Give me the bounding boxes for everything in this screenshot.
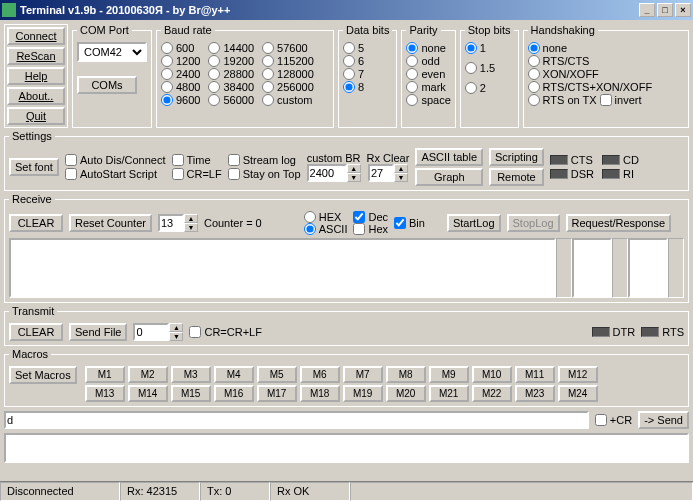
sb-1.5-radio[interactable] bbox=[465, 62, 477, 74]
help-button[interactable]: Help bbox=[7, 67, 65, 85]
baud-4800-radio[interactable] bbox=[161, 81, 173, 93]
graph-button[interactable]: Graph bbox=[415, 168, 483, 186]
macro-m3-button[interactable]: M3 bbox=[171, 366, 211, 383]
baud-600-radio[interactable] bbox=[161, 42, 173, 54]
close-button[interactable]: × bbox=[675, 3, 691, 17]
par-space-radio[interactable] bbox=[406, 94, 418, 106]
macro-m24-button[interactable]: M24 bbox=[558, 385, 598, 402]
setfont-button[interactable]: Set font bbox=[9, 158, 59, 176]
maximize-button[interactable]: □ bbox=[657, 3, 673, 17]
baud-256000-radio[interactable] bbox=[262, 81, 274, 93]
macro-m12-button[interactable]: M12 bbox=[558, 366, 598, 383]
macro-m20-button[interactable]: M20 bbox=[386, 385, 426, 402]
time-checkbox[interactable] bbox=[172, 154, 184, 166]
spin-down-icon[interactable]: ▼ bbox=[347, 173, 361, 182]
macro-m2-button[interactable]: M2 bbox=[128, 366, 168, 383]
spin-down-icon[interactable]: ▼ bbox=[394, 173, 408, 182]
macro-m1-button[interactable]: M1 bbox=[85, 366, 125, 383]
macro-m9-button[interactable]: M9 bbox=[429, 366, 469, 383]
stayontop-checkbox[interactable] bbox=[228, 168, 240, 180]
custombr-input[interactable] bbox=[307, 164, 347, 182]
macro-m17-button[interactable]: M17 bbox=[257, 385, 297, 402]
transmit-clear-button[interactable]: CLEAR bbox=[9, 323, 63, 341]
macro-m7-button[interactable]: M7 bbox=[343, 366, 383, 383]
send-button[interactable]: -> Send bbox=[638, 411, 689, 429]
par-none-radio[interactable] bbox=[406, 42, 418, 54]
invert-checkbox[interactable] bbox=[600, 94, 612, 106]
macro-m16-button[interactable]: M16 bbox=[214, 385, 254, 402]
startlog-button[interactable]: StartLog bbox=[447, 214, 501, 232]
par-even-radio[interactable] bbox=[406, 68, 418, 80]
setmacros-button[interactable]: Set Macros bbox=[9, 366, 77, 384]
baud-128000-radio[interactable] bbox=[262, 68, 274, 80]
connect-button[interactable]: Connect bbox=[7, 27, 65, 45]
baud-custom-radio[interactable] bbox=[262, 94, 274, 106]
counter-input[interactable] bbox=[158, 214, 184, 232]
transmit-textarea[interactable] bbox=[4, 433, 689, 463]
db-7-radio[interactable] bbox=[343, 68, 355, 80]
scripting-button[interactable]: Scripting bbox=[489, 148, 544, 166]
macro-m13-button[interactable]: M13 bbox=[85, 385, 125, 402]
macro-m4-button[interactable]: M4 bbox=[214, 366, 254, 383]
hs-radio[interactable] bbox=[528, 55, 540, 67]
spin-up-icon[interactable]: ▲ bbox=[394, 164, 408, 173]
com-port-select[interactable]: COM42 bbox=[77, 42, 147, 62]
reqres-button[interactable]: Request/Response bbox=[566, 214, 672, 232]
db-6-radio[interactable] bbox=[343, 55, 355, 67]
quit-button[interactable]: Quit bbox=[7, 107, 65, 125]
receive-textarea[interactable] bbox=[9, 238, 556, 298]
baud-115200-radio[interactable] bbox=[262, 55, 274, 67]
dec-checkbox[interactable] bbox=[353, 211, 365, 223]
macro-m22-button[interactable]: M22 bbox=[472, 385, 512, 402]
hs-radio[interactable] bbox=[528, 68, 540, 80]
spin-up-icon[interactable]: ▲ bbox=[347, 164, 361, 173]
minimize-button[interactable]: _ bbox=[639, 3, 655, 17]
bin-checkbox[interactable] bbox=[394, 217, 406, 229]
baud-19200-radio[interactable] bbox=[208, 55, 220, 67]
macro-m23-button[interactable]: M23 bbox=[515, 385, 555, 402]
baud-28800-radio[interactable] bbox=[208, 68, 220, 80]
sb-2-radio[interactable] bbox=[465, 82, 477, 94]
macro-m5-button[interactable]: M5 bbox=[257, 366, 297, 383]
baud-2400-radio[interactable] bbox=[161, 68, 173, 80]
macro-m21-button[interactable]: M21 bbox=[429, 385, 469, 402]
reset-counter-button[interactable]: Reset Counter bbox=[69, 214, 152, 232]
autostart-checkbox[interactable] bbox=[65, 168, 77, 180]
baud-9600-radio[interactable] bbox=[161, 94, 173, 106]
db-8-radio[interactable] bbox=[343, 81, 355, 93]
send-input[interactable] bbox=[4, 411, 589, 429]
hs-radio[interactable] bbox=[528, 42, 540, 54]
receive-clear-button[interactable]: CLEAR bbox=[9, 214, 63, 232]
par-odd-radio[interactable] bbox=[406, 55, 418, 67]
ascii-radio[interactable] bbox=[304, 223, 316, 235]
about-button[interactable]: About.. bbox=[7, 87, 65, 105]
coms-button[interactable]: COMs bbox=[77, 76, 137, 94]
hs-radio[interactable] bbox=[528, 81, 540, 93]
macro-m11-button[interactable]: M11 bbox=[515, 366, 555, 383]
asciitable-button[interactable]: ASCII table bbox=[415, 148, 483, 166]
cr-checkbox[interactable] bbox=[595, 414, 607, 426]
macro-m15-button[interactable]: M15 bbox=[171, 385, 211, 402]
scrollbar[interactable] bbox=[668, 238, 684, 298]
db-5-radio[interactable] bbox=[343, 42, 355, 54]
macro-m6-button[interactable]: M6 bbox=[300, 366, 340, 383]
crlf-checkbox[interactable] bbox=[172, 168, 184, 180]
sendfile-input[interactable] bbox=[133, 323, 169, 341]
par-mark-radio[interactable] bbox=[406, 81, 418, 93]
scrollbar[interactable] bbox=[612, 238, 628, 298]
sb-1-radio[interactable] bbox=[465, 42, 477, 54]
baud-57600-radio[interactable] bbox=[262, 42, 274, 54]
macro-m10-button[interactable]: M10 bbox=[472, 366, 512, 383]
remote-button[interactable]: Remote bbox=[489, 168, 544, 186]
baud-14400-radio[interactable] bbox=[208, 42, 220, 54]
rxclear-input[interactable] bbox=[368, 164, 394, 182]
sendfile-button[interactable]: Send File bbox=[69, 323, 127, 341]
baud-38400-radio[interactable] bbox=[208, 81, 220, 93]
hex-checkbox[interactable] bbox=[353, 223, 365, 235]
macro-m18-button[interactable]: M18 bbox=[300, 385, 340, 402]
streamlog-checkbox[interactable] bbox=[228, 154, 240, 166]
hex-radio[interactable] bbox=[304, 211, 316, 223]
macro-m14-button[interactable]: M14 bbox=[128, 385, 168, 402]
baud-56000-radio[interactable] bbox=[208, 94, 220, 106]
autodisconnect-checkbox[interactable] bbox=[65, 154, 77, 166]
